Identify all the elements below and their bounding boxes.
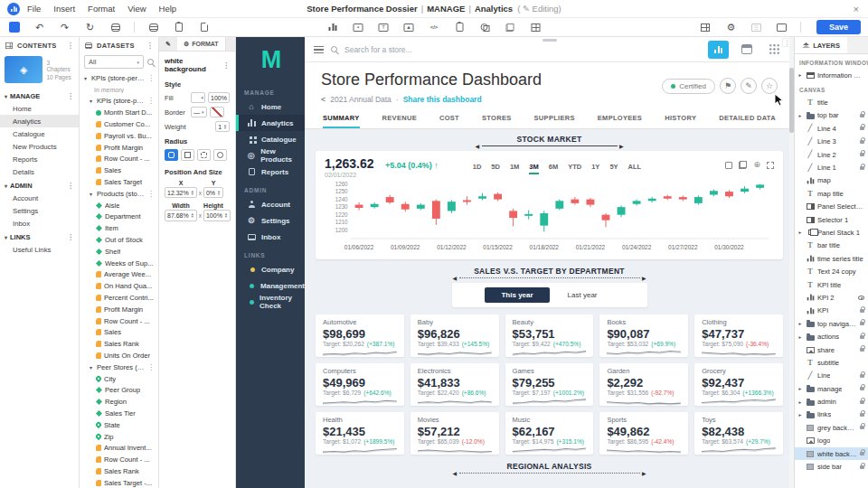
undo-button[interactable]: ↶ (33, 21, 46, 33)
kpi-card-garden[interactable]: Garden$2,292Target: $31,556(-92.7%) (599, 363, 688, 406)
kpi-card-music[interactable]: Music$62,167Target: $14,975(+315.1%) (505, 412, 594, 455)
layer-line-2[interactable]: ╱Line 2 (795, 148, 868, 161)
radius-square-button[interactable] (165, 149, 178, 161)
tab-suppliers[interactable]: SUPPLIERS (534, 108, 575, 128)
sidebar-item-company[interactable]: Company (236, 261, 305, 277)
kpi-card-health[interactable]: Health$21,435Target: $1,072(+1899.5%) (316, 412, 404, 455)
image-view-button[interactable] (708, 41, 729, 59)
layer-links[interactable]: ▸links (795, 408, 868, 421)
dataset-metric-sales-rank[interactable]: Sales Rank (80, 465, 158, 477)
contents-item-details[interactable]: Details (0, 165, 79, 178)
layer-share[interactable]: share (795, 343, 868, 356)
kpi-card-beauty[interactable]: Beauty$53,751Target: $9,422(+470.5%) (505, 314, 594, 357)
toggle-last-year[interactable]: Last year (552, 287, 614, 303)
kpi-card-books[interactable]: Books$90,087Target: $53,032(+69.9%) (599, 314, 688, 357)
dataset-menu-icon[interactable]: ⋮ (147, 74, 155, 82)
dataset-metric-sales-target[interactable]: Sales Target (80, 176, 158, 188)
range-ytd[interactable]: YTD (568, 163, 581, 174)
layer-information-window-1[interactable]: ▸Information Window 1 (795, 69, 868, 81)
chapter-thumbnail[interactable]: ◈ (5, 56, 42, 83)
radius-dashed-button[interactable] (197, 149, 211, 161)
sidebar-item-analytics[interactable]: Analytics (236, 115, 305, 131)
contents-item-home[interactable]: Home (0, 102, 79, 115)
breadcrumb-chapter[interactable]: MANAGE (427, 4, 465, 14)
sidebar-item-management[interactable]: Management (236, 277, 305, 294)
refresh-button[interactable]: ↻ (83, 21, 97, 33)
page-layout-button[interactable] (699, 21, 712, 33)
certified-badge[interactable]: Certified (662, 79, 715, 94)
dataset-group-products-store-p[interactable]: ▾Products (store-p...⋮ (80, 188, 158, 200)
layer-top-bar[interactable]: ▸top bar (795, 109, 868, 122)
dataset-root-kpis-store-perform[interactable]: ▾KPIs (store-perform...⋮ (80, 72, 158, 84)
section-menu-icon[interactable]: ⋮ (67, 182, 74, 190)
tab-edit-icon[interactable]: ✎ (159, 37, 177, 51)
layer-line[interactable]: ╱Line (795, 370, 868, 382)
kpi-card-electronics[interactable]: Electronics$41,833Target: $22,420(+86.6%… (410, 363, 499, 406)
section-menu-icon[interactable]: ⋮ (67, 233, 74, 241)
range-3m[interactable]: 3M (529, 163, 538, 174)
object-menu-icon[interactable]: ⋮ (222, 61, 230, 70)
lock-icon[interactable] (860, 374, 864, 378)
border-color-select[interactable] (210, 107, 224, 117)
dataset-attr-sales-tier[interactable]: Sales Tier (80, 408, 158, 419)
tab-history[interactable]: HISTORY (665, 108, 696, 128)
lock-icon[interactable] (860, 127, 864, 130)
chevron-right-icon[interactable]: ▸ (797, 321, 803, 326)
border-style-select[interactable]: — ▾ (191, 107, 207, 117)
dataset-metric-row-count[interactable]: Row Count - ... (80, 454, 158, 465)
sidebar-item-inbox[interactable]: Inbox (236, 229, 305, 245)
tab-stores[interactable]: STORES (482, 108, 512, 128)
zoom-box-icon[interactable] (725, 162, 732, 169)
crosshair-icon[interactable]: ⊕ (753, 161, 760, 169)
page-break-button[interactable] (775, 21, 788, 33)
y-position-input[interactable]: 0%▲▼ (203, 187, 223, 198)
insert-card-button[interactable]: ▪ (352, 21, 365, 33)
menu-file[interactable]: File (27, 4, 41, 14)
lock-icon[interactable] (860, 140, 864, 144)
contents-menu-icon[interactable]: ⋮ (67, 42, 74, 50)
contents-item-useful-links[interactable]: Useful Links (0, 243, 79, 256)
kpi-card-games[interactable]: Games$79,255Target: $7,197(+1001.2%) (505, 363, 594, 406)
weight-input[interactable]: 1▲▼ (215, 121, 230, 132)
lock-icon[interactable] (860, 309, 864, 313)
stock-chart-card[interactable]: 1,263.62 +5.04 (0.4%) ↑ 02/01/2022 1D5D1… (316, 151, 783, 259)
dataset-menu-icon[interactable]: ⋮ (147, 190, 155, 198)
range-5d[interactable]: 5D (491, 163, 500, 174)
compare-icon[interactable] (739, 161, 747, 169)
dataset-attr-peer-group[interactable]: Peer Group (80, 385, 158, 397)
sidebar-item-catalogue[interactable]: Catalogue (236, 131, 305, 147)
layer-kpi-2[interactable]: KPI 2 (795, 291, 868, 304)
edit-button[interactable]: ✎ (741, 78, 757, 94)
kpi-card-computers[interactable]: Computers$49,969Target: $6,729(+642.6%) (316, 363, 404, 406)
dataset-geo-state[interactable]: State (80, 419, 158, 431)
contents-section-manage[interactable]: ▾MANAGE⋮ (0, 89, 79, 102)
lock-icon[interactable] (860, 166, 864, 170)
datasets-filter-select[interactable]: All ▾ (84, 55, 144, 69)
save-button[interactable]: Save (816, 20, 861, 34)
redo-button[interactable]: ↷ (58, 21, 71, 33)
visibility-icon[interactable] (858, 296, 864, 300)
lock-icon[interactable] (860, 465, 864, 469)
datasets-menu-icon[interactable]: ⋮ (146, 42, 154, 50)
layer-top-navigation[interactable]: ▸top navigation (795, 317, 868, 330)
layer-grey-background[interactable]: grey background (795, 421, 868, 434)
add-dataset-button[interactable] (108, 21, 122, 33)
layer-text-24-copy[interactable]: TText 24 copy (795, 265, 868, 277)
insert-shape-button[interactable] (478, 21, 492, 33)
dataset-metric-sales[interactable]: Sales (80, 327, 158, 339)
radius-circle-button[interactable] (213, 149, 227, 161)
x-position-input[interactable]: 12.32%▲▼ (165, 187, 197, 198)
chevron-right-icon[interactable]: ▸ (797, 386, 803, 391)
dataset-date-month-start-d[interactable]: Month Start D... (80, 107, 158, 118)
height-input[interactable]: 100%▲▼ (203, 210, 231, 221)
dataset-attr-aisle[interactable]: Aisle (80, 200, 158, 211)
breadcrumb-page[interactable]: Analytics (475, 4, 513, 14)
dataset-attr-weeks-of-sup[interactable]: Weeks of Sup... (80, 258, 158, 269)
lock-icon[interactable] (860, 153, 864, 156)
dataset-metric-on-hand-qua[interactable]: On Hand Qua... (80, 280, 158, 292)
layer-side-bar[interactable]: side bar (795, 460, 868, 473)
layer-manage[interactable]: ▸manage (795, 382, 868, 395)
lock-icon[interactable] (860, 322, 864, 325)
menu-help[interactable]: Help (159, 4, 177, 14)
contents-item-inbox[interactable]: Inbox (0, 217, 79, 230)
